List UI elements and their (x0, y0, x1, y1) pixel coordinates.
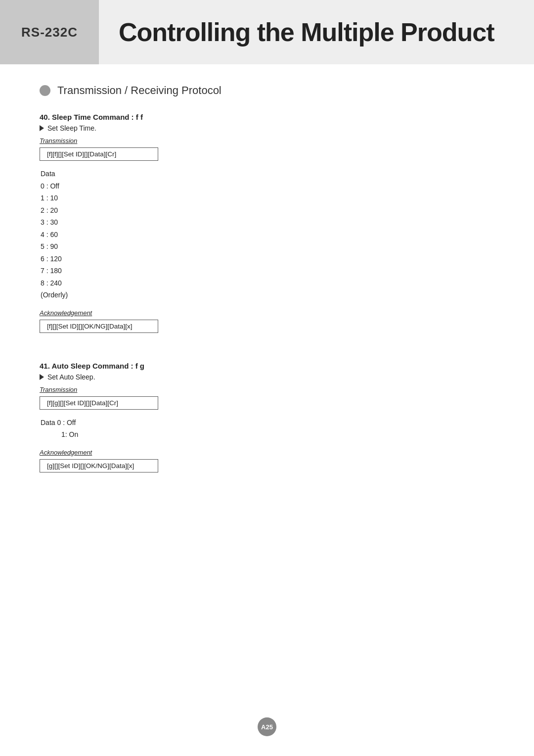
command-40-ack-code: [f][][Set ID][][OK/NG][Data][x] (40, 320, 158, 333)
header-title: Controlling the Multiple Product (119, 17, 494, 47)
data-item-3: 3 : 30 (41, 216, 494, 229)
command-40-data-label: Data (41, 168, 494, 180)
command-41-data-list: Data 0 : Off 1: On (40, 417, 494, 441)
arrow-right-icon (40, 125, 44, 131)
command-41-ack-code: [g][][Set ID][][OK/NG][Data][x] (40, 459, 158, 472)
page-number-container: A25 (258, 717, 276, 736)
command-41-title: 41. Auto Sleep Command : f g (40, 362, 494, 370)
command-41-block: 41. Auto Sleep Command : f g Set Auto Sl… (40, 362, 494, 479)
command-41-transmission-code: [f][g][][Set ID][][Data][Cr] (40, 396, 158, 410)
command-41-data-text: Data 0 : Off (41, 417, 494, 429)
command-40-transmission-code: [f][f][][Set ID][][Data][Cr] (40, 147, 158, 161)
data-item-4: 4 : 60 (41, 229, 494, 241)
command-41-subtitle-text: Set Auto Sleep. (47, 373, 95, 381)
page-number: A25 (261, 723, 273, 731)
data-item-5: 5 : 90 (41, 240, 494, 253)
data-item-1: 1 : 10 (41, 192, 494, 204)
page-header: RS-232C Controlling the Multiple Product (0, 0, 534, 64)
command-41-transmission-label: Transmission (40, 386, 494, 393)
header-label: RS-232C (21, 25, 78, 40)
arrow-right-icon-2 (40, 374, 44, 380)
section-heading: Transmission / Receiving Protocol (40, 84, 494, 97)
data-item-2: 2 : 20 (41, 204, 494, 217)
command-41-data-text2: 1: On (41, 428, 494, 441)
section-heading-icon (40, 85, 50, 96)
command-41-ack-label: Acknowledgement (40, 449, 494, 456)
command-40-transmission-label: Transmission (40, 137, 494, 144)
data-item-7: 7 : 180 (41, 265, 494, 277)
header-title-box: Controlling the Multiple Product (99, 0, 534, 64)
main-content: Transmission / Receiving Protocol 40. Sl… (0, 84, 534, 541)
command-40-subtitle: Set Sleep Time. (40, 124, 494, 132)
command-40-subtitle-text: Set Sleep Time. (47, 124, 96, 132)
header-label-box: RS-232C (0, 0, 99, 64)
page-number-badge: A25 (258, 717, 276, 736)
data-item-8: 8 : 240 (41, 277, 494, 289)
command-40-ack-label: Acknowledgement (40, 309, 494, 317)
data-item-orderly: (Orderly) (41, 289, 494, 301)
data-item-0: 0 : Off (41, 180, 494, 192)
command-41-subtitle: Set Auto Sleep. (40, 373, 494, 381)
command-40-block: 40. Sleep Time Command : f f Set Sleep T… (40, 113, 494, 340)
command-40-title: 40. Sleep Time Command : f f (40, 113, 494, 121)
section-heading-text: Transmission / Receiving Protocol (57, 84, 222, 97)
command-40-data-list: Data 0 : Off 1 : 10 2 : 20 3 : 30 4 : 60… (40, 168, 494, 301)
data-item-6: 6 : 120 (41, 253, 494, 265)
